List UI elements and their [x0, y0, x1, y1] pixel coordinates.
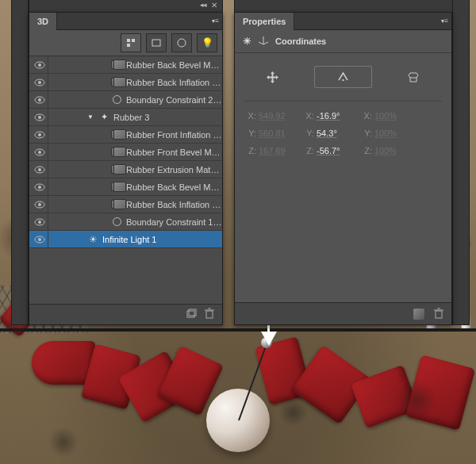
visibility-eye-icon[interactable]: [31, 109, 48, 125]
panel-group-header[interactable]: ◂◂ ✕: [29, 0, 223, 12]
rotation-x-value[interactable]: -16.9°: [317, 111, 360, 121]
delete-icon[interactable]: [205, 308, 214, 321]
twirl-down-icon[interactable]: ▼: [86, 113, 94, 121]
scale-z-value[interactable]: 100%: [374, 146, 406, 155]
layer-label: Rubber Back Inflation M...: [126, 200, 222, 209]
layer-label: Infinite Light 1: [102, 235, 222, 244]
panel-menu-icon[interactable]: ▾≡: [441, 17, 448, 25]
filter-scene-button[interactable]: [121, 33, 141, 52]
svg-rect-0: [127, 39, 130, 42]
rotate-mode-button[interactable]: [314, 66, 373, 88]
svg-point-6: [38, 63, 41, 67]
panel-properties: Properties ▾≡ ☀ Coordinates X: 549.92 X:: [234, 12, 452, 325]
panel-group-header[interactable]: ▸▸: [234, 0, 470, 12]
label-x: X:: [244, 111, 259, 121]
rotation-y-value[interactable]: 54.3°: [317, 128, 360, 138]
svg-rect-36: [436, 311, 442, 318]
scale-y-value[interactable]: 100%: [374, 128, 406, 138]
layer-row[interactable]: ▼✦Rubber 3: [29, 109, 222, 126]
position-z-value[interactable]: 167.69: [259, 146, 302, 155]
layer-label: Rubber Back Bevel Mater...: [126, 182, 222, 192]
scribble-mark: [278, 401, 309, 424]
coordinate-grid: X: 549.92 X: -16.9° X: 100% Y: 560.81 Y:…: [244, 102, 442, 155]
svg-point-8: [38, 81, 41, 84]
material-icon: [110, 182, 123, 193]
panel-dock-gutter[interactable]: [11, 0, 29, 325]
layer-row[interactable]: Rubber Front Bevel Mate...: [29, 144, 222, 161]
label-z: Z:: [244, 146, 259, 155]
visibility-eye-icon[interactable]: [31, 213, 48, 230]
svg-point-16: [38, 151, 41, 154]
visibility-eye-icon[interactable]: [31, 91, 48, 108]
layer-label: Rubber Back Inflation M...: [126, 78, 222, 87]
layer-row[interactable]: ☀Infinite Light 1: [29, 231, 222, 248]
svg-rect-1: [132, 39, 135, 42]
svg-point-18: [38, 168, 41, 171]
filter-meshes-button[interactable]: [146, 33, 167, 52]
visibility-eye-icon[interactable]: [31, 178, 48, 195]
svg-point-14: [38, 133, 41, 136]
rotation-z-value[interactable]: -56.7°: [317, 146, 360, 155]
delete-icon[interactable]: [434, 308, 443, 320]
layer-row[interactable]: Rubber Back Bevel Mater...: [29, 178, 222, 196]
material-icon: [110, 129, 123, 140]
tab-3d[interactable]: 3D: [29, 13, 57, 30]
layer-label: Rubber Back Bevel Mater...: [126, 60, 222, 70]
scale-mode-button[interactable]: [385, 66, 442, 88]
section-title: Coordinates: [275, 36, 326, 46]
scale-x-value[interactable]: 100%: [374, 111, 406, 121]
svg-rect-35: [343, 79, 344, 81]
scribble-mark: [397, 381, 436, 420]
panel-dock-gutter[interactable]: [452, 0, 470, 325]
visibility-eye-icon[interactable]: [31, 56, 48, 73]
visibility-eye-icon[interactable]: [31, 231, 48, 247]
move-mode-button[interactable]: [244, 66, 301, 88]
visibility-eye-icon[interactable]: [31, 161, 48, 178]
annotation-arrow-head: [261, 332, 277, 346]
visibility-eye-icon[interactable]: [31, 74, 48, 90]
svg-rect-29: [206, 311, 213, 318]
visibility-eye-icon[interactable]: [31, 144, 48, 160]
layer-row[interactable]: Rubber Extrusion Materi...: [29, 161, 222, 178]
svg-rect-2: [127, 44, 130, 47]
panel-tabbar: Properties ▾≡: [235, 13, 451, 30]
svg-rect-3: [152, 40, 160, 46]
material-icon: [110, 164, 123, 175]
tab-properties[interactable]: Properties: [235, 13, 294, 30]
reset-coordinates-icon[interactable]: [413, 309, 424, 320]
position-y-value[interactable]: 560.81: [259, 128, 302, 138]
mesh-icon: ✦: [98, 112, 110, 123]
layer-row[interactable]: Rubber Back Inflation M...: [29, 74, 222, 91]
svg-point-22: [38, 203, 41, 206]
filter-lights-button[interactable]: 💡: [197, 33, 217, 52]
coordinate-mode-row: [244, 61, 442, 102]
visibility-eye-icon[interactable]: [31, 196, 48, 213]
layer-row[interactable]: Rubber Back Bevel Mater...: [29, 56, 222, 74]
collapse-icon[interactable]: ◂◂: [200, 1, 206, 10]
close-icon[interactable]: ✕: [211, 1, 217, 10]
layer-row[interactable]: Boundary Constraint 2_R...: [29, 91, 222, 109]
coordinates-icon: [258, 35, 269, 48]
layer-label: Rubber 3: [113, 113, 222, 122]
layer-label: Rubber Extrusion Materi...: [126, 165, 222, 174]
panel-properties-footer: [235, 302, 451, 324]
material-icon: [110, 199, 123, 210]
position-x-value[interactable]: 549.92: [259, 111, 302, 121]
layer-label: Boundary Constraint 2_R...: [126, 95, 222, 105]
panel-3d: 3D ▾≡ 💡 Rubber Back Bevel Mater...Rubber…: [29, 12, 223, 325]
layer-row[interactable]: Rubber Front Inflation M...: [29, 126, 222, 144]
panel-menu-icon[interactable]: ▾≡: [212, 17, 219, 25]
material-icon: [110, 147, 123, 158]
new-layer-icon[interactable]: [186, 308, 197, 321]
light-sphere-gizmo[interactable]: [206, 389, 270, 452]
layer-row[interactable]: Boundary Constraint 1_R...: [29, 213, 222, 231]
layer-row[interactable]: Rubber Back Inflation M...: [29, 196, 222, 213]
svg-line-33: [259, 42, 263, 44]
svg-point-24: [38, 220, 41, 224]
visibility-eye-icon[interactable]: [31, 126, 48, 143]
filter-materials-button[interactable]: [171, 33, 192, 52]
svg-point-12: [38, 116, 41, 119]
label-z: Z:: [360, 146, 374, 155]
svg-rect-28: [189, 309, 196, 316]
svg-line-34: [263, 42, 268, 44]
